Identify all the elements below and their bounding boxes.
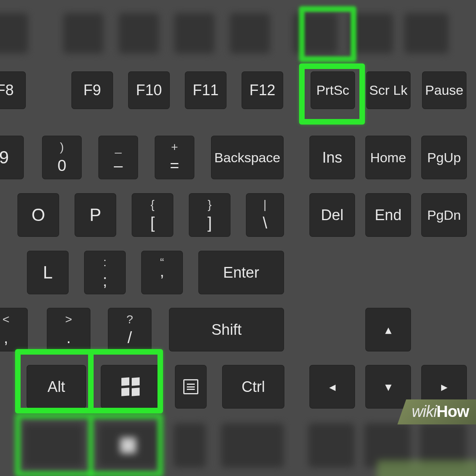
key-label-top: +: [171, 140, 178, 154]
arrow-right-icon: ▸: [441, 379, 447, 394]
key-windows[interactable]: [101, 365, 160, 409]
watermark: wikiHow: [397, 399, 476, 424]
key-label-top: >: [65, 313, 72, 326]
key-backspace[interactable]: Backspace: [211, 136, 284, 179]
key-label-top: ?: [127, 313, 133, 326]
key-label: =: [170, 157, 179, 175]
key-label: F8: [0, 82, 14, 99]
key-label-top: _: [115, 140, 122, 154]
key-label: F11: [193, 82, 219, 99]
key-label: /: [127, 329, 132, 347]
key-left-bracket[interactable]: {[: [132, 193, 173, 237]
key-label: L: [43, 263, 52, 282]
key-pgup[interactable]: PgUp: [421, 136, 467, 179]
key-enter[interactable]: Enter: [198, 251, 284, 294]
key-label: 0: [58, 157, 66, 175]
key-label: .: [66, 329, 71, 347]
key-label: PgDn: [427, 207, 461, 223]
key-label: ,: [4, 329, 8, 347]
key-label: Shift: [211, 321, 242, 338]
key-menu[interactable]: [175, 365, 207, 409]
key-arrow-up[interactable]: ▴: [365, 308, 411, 351]
key-right-bracket[interactable]: }]: [189, 193, 230, 237]
key-f11[interactable]: F11: [185, 71, 226, 109]
highlight-divider-reflection: [88, 416, 94, 476]
key-label-top: <: [2, 313, 10, 326]
key-label-top: “: [160, 255, 164, 269]
arrow-left-icon: ◂: [329, 379, 336, 394]
key-label: ;: [103, 272, 107, 290]
key-o[interactable]: O: [17, 193, 59, 237]
key-l[interactable]: L: [27, 251, 69, 294]
key-label-top: {: [150, 198, 154, 211]
key-semicolon[interactable]: :;: [84, 251, 126, 294]
key-end[interactable]: End: [365, 193, 411, 237]
key-home[interactable]: Home: [365, 136, 411, 179]
watermark-text-b: How: [437, 403, 469, 420]
key-0[interactable]: )0: [42, 136, 82, 179]
windows-icon: [121, 378, 140, 396]
key-label: End: [375, 207, 402, 224]
key-label: Scr Lk: [369, 83, 407, 98]
key-label: ]: [207, 214, 212, 232]
key-f9[interactable]: F9: [71, 71, 113, 109]
key-comma[interactable]: <,: [0, 308, 28, 351]
key-label: Del: [321, 207, 344, 224]
key-prtsc[interactable]: PrtSc: [311, 71, 355, 109]
key-label: PrtSc: [316, 83, 349, 98]
key-label: Ctrl: [242, 378, 265, 395]
key-label: Ins: [322, 149, 342, 166]
key-label: \: [263, 214, 267, 232]
key-ctrl[interactable]: Ctrl: [222, 365, 284, 409]
key-f10[interactable]: F10: [128, 71, 170, 109]
key-label-top: :: [103, 255, 106, 269]
key-label: Enter: [223, 264, 259, 281]
key-label: Alt: [48, 378, 65, 395]
key-label: –: [114, 157, 123, 175]
key-minus[interactable]: _–: [98, 136, 138, 179]
key-label: 9: [0, 148, 9, 167]
key-equals[interactable]: +=: [155, 136, 194, 179]
key-f12[interactable]: F12: [242, 71, 283, 109]
key-shift[interactable]: Shift: [169, 308, 284, 351]
arrow-up-icon: ▴: [385, 322, 392, 337]
key-label: F12: [250, 82, 275, 99]
highlight-divider: [88, 355, 94, 408]
key-label: O: [31, 205, 45, 225]
key-slash[interactable]: ?/: [108, 308, 152, 351]
key-scrlk[interactable]: Scr Lk: [366, 71, 411, 109]
key-arrow-left[interactable]: ◂: [309, 365, 355, 409]
key-9[interactable]: 9: [0, 136, 24, 179]
key-f8[interactable]: F8: [0, 71, 26, 109]
key-arrow-down[interactable]: ▾: [365, 365, 411, 409]
key-delete[interactable]: Del: [309, 193, 355, 237]
key-period[interactable]: >.: [47, 308, 90, 351]
key-label: PgUp: [427, 150, 461, 165]
key-p[interactable]: P: [75, 193, 116, 237]
key-label-top: }: [207, 198, 211, 211]
key-backslash[interactable]: |\: [246, 193, 284, 237]
key-label: P: [90, 205, 101, 225]
key-label: [: [150, 214, 155, 232]
key-label: Home: [370, 150, 406, 165]
key-label: Backspace: [214, 150, 280, 165]
arrow-down-icon: ▾: [385, 379, 392, 394]
key-pause[interactable]: Pause: [422, 71, 466, 109]
key-label: Pause: [425, 83, 463, 98]
key-insert[interactable]: Ins: [309, 136, 355, 179]
key-quote[interactable]: “’: [141, 251, 183, 294]
key-label: F10: [136, 82, 162, 99]
key-label-top: ): [60, 140, 64, 154]
key-label: ’: [160, 272, 164, 290]
key-label: F9: [83, 82, 101, 99]
key-alt[interactable]: Alt: [27, 365, 86, 409]
menu-icon: [183, 379, 198, 394]
key-pgdn[interactable]: PgDn: [421, 193, 467, 237]
watermark-text-a: wiki: [412, 403, 437, 420]
key-label-top: |: [263, 198, 267, 211]
